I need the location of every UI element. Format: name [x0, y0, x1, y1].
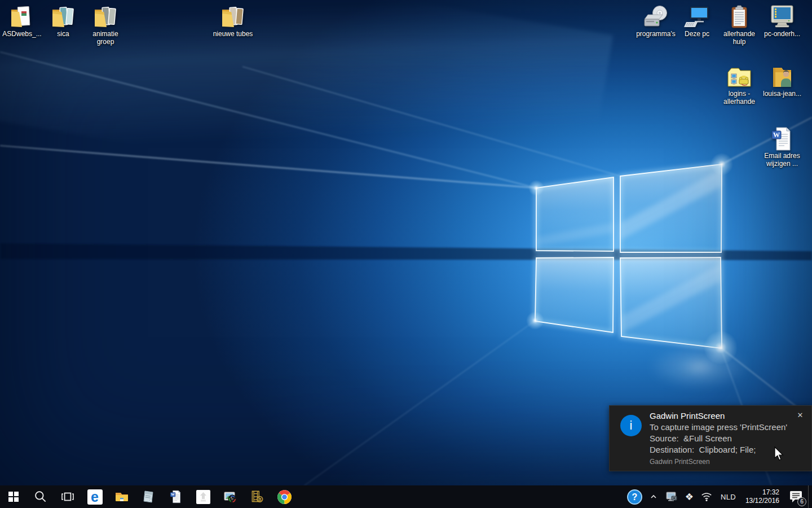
desktop-icon-sica[interactable]: sica	[41, 5, 85, 38]
folder-with-photos-icon	[92, 5, 119, 29]
network-folder-icon	[726, 64, 753, 89]
folder-with-document-icon	[8, 5, 36, 29]
desktop-icon-label: pc-onderh...	[760, 30, 804, 38]
windows-logo-icon	[8, 492, 19, 502]
info-icon: i	[620, 415, 642, 436]
clock-date: 13/12/2016	[745, 497, 779, 505]
search-icon	[33, 489, 48, 504]
word-icon	[169, 489, 183, 504]
desktop-icon-label: Email adres wijzigen ...	[760, 152, 804, 168]
wifi-icon	[700, 491, 713, 503]
clock-time: 17:32	[762, 488, 779, 497]
desktop-icon-asdwebs[interactable]: ASDwebs_...	[0, 5, 44, 38]
taskbar-notepad-button[interactable]	[135, 485, 162, 508]
desktop-icon-deze-pc[interactable]: Deze pc	[675, 5, 719, 38]
taskbar-word-button[interactable]	[162, 485, 189, 508]
photo-viewer-icon	[223, 489, 238, 505]
toast-line-2: Source: &Full Screen	[650, 433, 796, 444]
notification-toast[interactable]: i Gadwin PrintScreen To capture image pr…	[609, 405, 812, 471]
taskbar-edge-button[interactable]: e	[81, 485, 108, 508]
animation-shop-icon	[250, 489, 264, 504]
help-icon: ?	[627, 489, 642, 505]
show-desktop-button[interactable]	[808, 485, 812, 508]
desktop-icon-email-adres-wijzigen[interactable]: Email adres wijzigen ...	[760, 126, 804, 168]
word-document-icon	[769, 126, 796, 151]
user-folder-icon	[769, 64, 796, 89]
tray-help-button[interactable]: ?	[624, 485, 646, 508]
taskbar-photo-viewer-button[interactable]	[217, 485, 244, 508]
tray-show-hidden-icons-button[interactable]	[646, 485, 661, 508]
desktop-icon-nieuwe-tubes[interactable]: nieuwe tubes	[211, 5, 255, 38]
desktop-icon-louisa-jean[interactable]: louisa-jean...	[760, 64, 804, 98]
tray-language-button[interactable]: NLD	[716, 485, 740, 508]
desktop-icon-label: logins - allerhande	[717, 90, 761, 106]
desktop-icon-programmas[interactable]: programma's	[634, 5, 678, 38]
task-view-icon	[60, 489, 75, 504]
toast-title: Gadwin PrintScreen	[650, 410, 796, 422]
start-button[interactable]	[0, 485, 27, 508]
toast-line-1: To capture image press 'PrintScreen'	[650, 422, 796, 433]
chrome-icon	[277, 489, 292, 505]
folder-with-photos-icon	[219, 5, 246, 29]
task-view-button[interactable]	[54, 485, 81, 508]
desktop-icon-label: allerhande hulp	[717, 30, 761, 46]
desktop-icon-label: nieuwe tubes	[211, 30, 255, 38]
tray-gadwin-printscreen-button[interactable]	[661, 485, 682, 508]
desktop-icon-pc-onderhoud[interactable]: pc-onderh...	[760, 5, 804, 38]
folder-with-photos-icon	[50, 5, 77, 29]
image-editor-icon	[196, 490, 210, 504]
desktop-icon-allerhande-hulp[interactable]: allerhande hulp	[717, 5, 761, 46]
desktop-icon-animatie-groep[interactable]: animatie groep	[83, 5, 127, 46]
drive-with-disc-icon	[642, 5, 669, 29]
tray-dropbox-button[interactable]: ❖	[682, 485, 697, 508]
tray-network-button[interactable]	[697, 485, 716, 508]
desktop-icon-logins-allerhande[interactable]: logins - allerhande	[717, 64, 761, 106]
mouse-cursor	[774, 446, 785, 461]
desktop-icon-label: programma's	[634, 30, 678, 38]
notepad-icon	[142, 489, 156, 504]
tray-clock-button[interactable]: 17:32 13/12/2016	[740, 485, 784, 508]
chevron-up-icon	[649, 492, 658, 501]
taskbar-image-editor-button[interactable]	[189, 485, 217, 508]
taskbar-file-explorer-button[interactable]	[108, 485, 135, 508]
dropbox-icon: ❖	[685, 491, 694, 503]
taskbar: e	[0, 485, 812, 508]
clipboard-icon	[726, 5, 753, 29]
desktop-icon-label: louisa-jean...	[760, 90, 804, 98]
desktop-icon-label: sica	[41, 30, 85, 38]
windows-desktop: W 3 ASDwebs_... sica animatie groep nieu	[0, 0, 812, 508]
taskbar-chrome-button[interactable]	[271, 485, 298, 508]
crt-monitor-icon	[769, 5, 796, 29]
gadwin-printscreen-icon	[665, 490, 678, 503]
desktop-icon-label: animatie groep	[83, 30, 127, 46]
file-explorer-icon	[114, 489, 130, 505]
desktop-icon-label: ASDwebs_...	[0, 30, 44, 38]
taskbar-animation-shop-button[interactable]	[244, 485, 271, 508]
action-center-button[interactable]: 6	[784, 485, 808, 508]
this-pc-icon	[683, 5, 710, 29]
desktop-icon-label: Deze pc	[675, 30, 719, 38]
notification-count-badge: 6	[797, 497, 806, 506]
close-icon[interactable]: ✕	[795, 410, 806, 421]
system-tray: ? ❖	[624, 485, 812, 508]
edge-icon: e	[87, 489, 103, 505]
search-button[interactable]	[27, 485, 54, 508]
